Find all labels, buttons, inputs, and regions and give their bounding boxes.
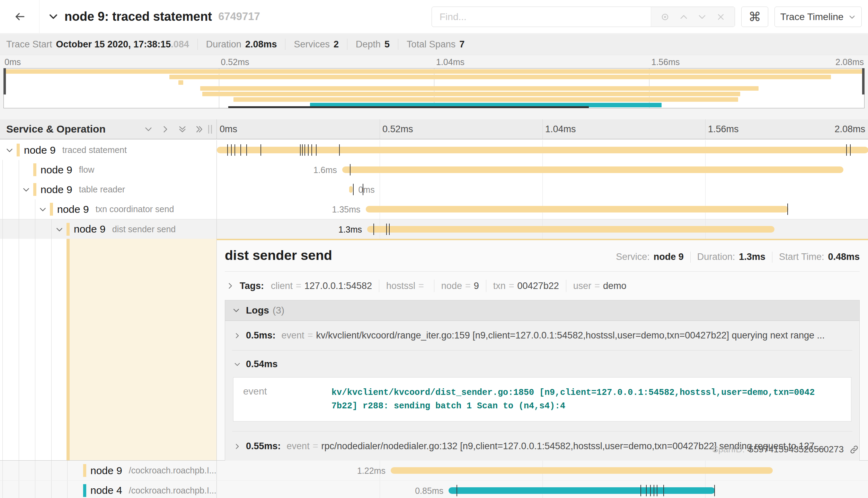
chevron-down-icon (848, 13, 856, 21)
log-marker-tick (302, 144, 303, 156)
tree-guide-line (2, 239, 3, 460)
chevron-down-icon[interactable] (22, 185, 30, 194)
find-bar (432, 7, 735, 27)
chevron-up-icon[interactable] (679, 12, 689, 22)
span-duration-bar[interactable] (342, 166, 843, 173)
span-duration-bar[interactable] (349, 186, 353, 193)
divider (398, 39, 398, 50)
divider (690, 252, 691, 263)
span-duration-label: 1.3ms (338, 225, 362, 235)
span-service-name: node 9 (74, 223, 106, 235)
span-duration-bar[interactable] (217, 147, 868, 153)
span-row[interactable]: node 4/cockroach.roachpb.I...0.85ms (0, 480, 868, 498)
double-chevron-down-icon[interactable] (178, 125, 187, 134)
minimap-right-handle[interactable] (862, 68, 865, 94)
tree-guide-line (35, 219, 35, 239)
span-service-name: node 9 (57, 203, 89, 215)
span-timeline-cell[interactable]: 0ms (216, 180, 868, 199)
tags-row[interactable]: Tags: client=127.0.0.1:54582hostssl=node… (225, 278, 860, 294)
log-field-value: kv/kvclient/kvcoord/range_iter.go:159 [n… (316, 330, 825, 341)
span-name-cell: node 4/cockroach.roachpb.I... (0, 481, 216, 498)
log-marker-tick (850, 144, 851, 156)
view-selector-button[interactable]: Trace Timeline (774, 7, 862, 27)
chevron-down-icon[interactable] (48, 11, 59, 22)
log-marker-tick (657, 485, 657, 496)
span-meta-item: Start Time:0.48ms (779, 252, 860, 262)
span-operation-name: /cockroach.roachpb.I... (129, 465, 216, 476)
equals-sign: = (313, 441, 318, 452)
log-row[interactable]: 0.5ms: event = kv/kvclient/kvcoord/range… (232, 321, 852, 350)
span-row[interactable]: node 9flow1.6ms (0, 160, 868, 180)
log-marker-tick (308, 144, 309, 156)
divider (772, 252, 772, 263)
view-selector-label: Trace Timeline (780, 11, 844, 22)
log-row-expanded-header[interactable]: 0.54ms (232, 359, 852, 370)
span-row[interactable]: node 9traced statement (0, 140, 868, 160)
back-button[interactable] (0, 0, 39, 33)
minimap-canvas[interactable] (3, 68, 865, 108)
span-timeline-cell[interactable]: 1.22ms (216, 461, 868, 480)
link-icon[interactable] (849, 445, 859, 454)
span-service-name: node 9 (24, 144, 56, 156)
arrow-left-icon (14, 10, 26, 23)
chevron-down-icon[interactable] (697, 12, 707, 22)
log-marker-tick (227, 144, 228, 156)
summary-item: Duration2.08ms (206, 39, 277, 50)
span-row[interactable]: node 9txn coordinator send1.35ms (0, 199, 868, 219)
logs-body: 0.5ms: event = kv/kvclient/kvcoord/range… (225, 321, 859, 483)
log-marker-tick (846, 144, 847, 156)
double-chevron-right-icon[interactable] (195, 125, 204, 134)
chevron-down-icon[interactable] (55, 225, 64, 234)
tag-item: user=demo (573, 281, 627, 291)
span-duration-bar[interactable] (449, 487, 715, 494)
span-duration-bar[interactable] (367, 226, 774, 233)
span-timeline-cell[interactable]: 1.3ms (216, 219, 868, 239)
span-row[interactable]: node 9dist sender send1.3ms (0, 219, 868, 239)
timeline-gridline (542, 180, 543, 199)
log-marker-tick (646, 485, 647, 496)
span-timeline-cell[interactable]: 0.85ms (216, 481, 868, 498)
tag-item: client=127.0.0.1:54582 (271, 281, 372, 291)
span-service-name: node 9 (41, 164, 72, 176)
span-name: node 9/cockroach.roachpb.I... (90, 461, 216, 480)
close-icon[interactable] (716, 12, 726, 22)
divider (347, 39, 347, 50)
log-marker-tick (304, 144, 305, 156)
chevron-right-icon (233, 332, 241, 339)
span-row[interactable]: node 9/cockroach.roachpb.I...1.22ms (0, 461, 868, 480)
span-row[interactable]: node 9table reader0ms (0, 180, 868, 199)
minimap-left-handle[interactable] (3, 68, 6, 94)
span-operation-name: table reader (79, 184, 125, 194)
tree-guide-line (19, 160, 19, 180)
tree-guide-line (19, 219, 19, 239)
chevron-down-icon[interactable] (144, 125, 153, 134)
logs-header[interactable]: Logs (3) (225, 300, 859, 321)
service-operation-header: Service & Operation (0, 119, 216, 139)
span-duration-bar[interactable] (391, 467, 773, 474)
divider (566, 280, 566, 292)
tree-guide-line (19, 481, 19, 498)
minimap-axis-tick: 1.04ms (436, 57, 464, 67)
log-marker-tick (787, 203, 788, 215)
span-name-cell: node 9txn coordinator send (0, 199, 216, 219)
span-duration-bar[interactable] (366, 206, 789, 212)
chevron-right-icon[interactable] (161, 125, 170, 134)
log-field-key: event (243, 386, 331, 413)
locate-icon[interactable] (660, 12, 670, 22)
find-input[interactable] (432, 7, 651, 27)
span-timeline-cell[interactable] (216, 140, 868, 160)
timeline-gridline (380, 180, 380, 199)
keyboard-shortcuts-button[interactable]: ⌘ (741, 7, 768, 27)
column-resizer-handle[interactable] (208, 125, 212, 134)
divider (486, 280, 486, 292)
tag-item: node=9 (441, 281, 479, 291)
span-operation-name: flow (79, 165, 94, 175)
span-timeline-cell[interactable]: 1.6ms (216, 160, 868, 180)
log-marker-tick (714, 485, 715, 496)
span-duration-label: 1.22ms (357, 466, 386, 476)
chevron-down-icon[interactable] (38, 205, 47, 214)
span-name: node 9flow (41, 160, 94, 180)
log-field-key: event (282, 330, 304, 341)
span-timeline-cell[interactable]: 1.35ms (216, 199, 868, 219)
chevron-down-icon[interactable] (5, 146, 14, 155)
